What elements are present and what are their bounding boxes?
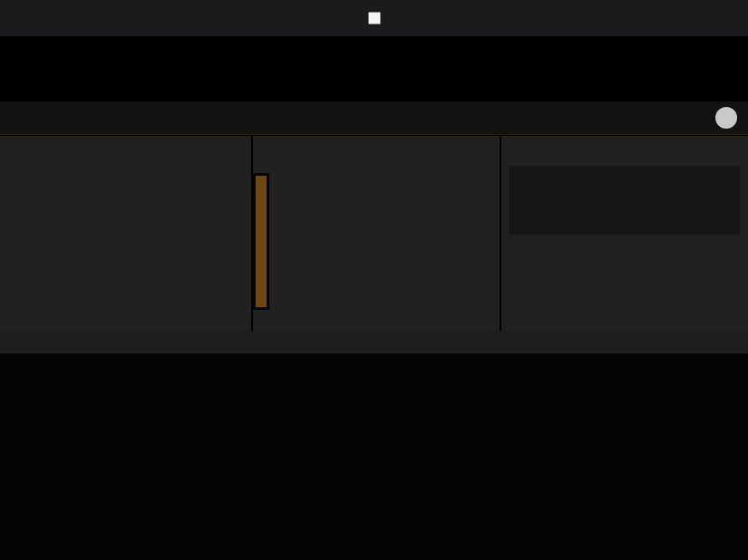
add-track-button[interactable] — [613, 47, 691, 94]
pitch-knob[interactable] — [84, 234, 166, 237]
preset-name-pill[interactable] — [363, 114, 386, 121]
pad-grid — [0, 353, 748, 560]
filter-knob[interactable] — [145, 177, 227, 179]
drum-machine-app — [0, 0, 748, 560]
editor-panels — [0, 136, 748, 353]
effects-panel — [253, 136, 500, 331]
panel-page-dots — [0, 331, 748, 353]
track-tiles-row — [0, 36, 748, 101]
waveform-panel-header — [501, 136, 748, 157]
waveform-display[interactable] — [509, 166, 740, 235]
effects-panel-header — [253, 136, 500, 157]
pattern-toolbar — [0, 101, 748, 135]
stop-button[interactable] — [368, 13, 380, 24]
length-knob[interactable] — [23, 177, 104, 179]
top-bar — [0, 0, 748, 36]
record-button[interactable] — [715, 107, 737, 129]
drumbox-panel-header — [0, 136, 251, 157]
waveform-panel — [501, 136, 748, 331]
toolbar-right-icons — [701, 107, 737, 129]
time-knob[interactable] — [325, 213, 391, 216]
drumbox-panel — [0, 136, 251, 331]
pan-knob[interactable] — [622, 250, 704, 253]
feedback-slider[interactable] — [253, 173, 269, 310]
volume-knob[interactable] — [538, 250, 619, 253]
